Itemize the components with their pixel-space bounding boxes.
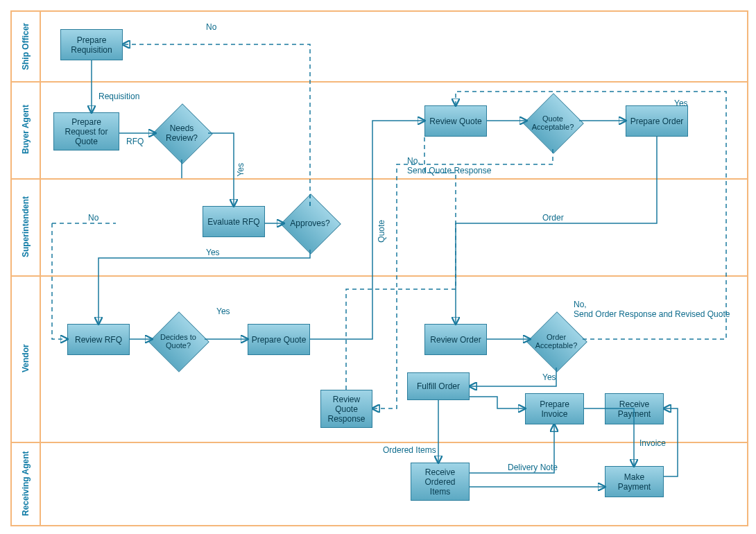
edge-label-yes: Yes [674,98,688,108]
lane-divider [12,275,747,277]
edge-label-yes: Yes [236,163,246,177]
lane-divider [12,442,747,443]
edge-label-no: No [206,22,216,32]
edge-label-delivery: Delivery Note [508,463,558,472]
edge-label-quote: Quote [377,220,386,243]
flow-connectors [12,12,747,525]
lane-superintendent: Superintendent [12,178,40,275]
edge-label-yes: Yes [542,372,556,382]
edge-label-requisition: Requisition [98,92,139,101]
lane-buyer-agent: Buyer Agent [12,81,40,178]
edge-label-no-sqr: No, Send Quote Response [407,156,491,175]
lane-receiving-agent: Receiving Agent [12,442,40,525]
node-receive-items: Receive Ordered Items [411,463,470,501]
node-review-rfq: Review RFQ [67,324,130,355]
lane-ship-officer: Ship Officer [12,12,40,81]
edge-label-invoice: Invoice [639,438,666,448]
node-receive-payment: Receive Payment [605,393,664,424]
node-review-quote: Review Quote [424,105,487,137]
lane-vendor: Vendor [12,275,40,442]
node-decides-quote: Decides to Quote? [157,320,199,362]
node-review-quote-response: Review Quote Response [320,390,372,428]
node-prepare-requisition: Prepare Requisition [60,29,123,60]
node-fulfill-order: Fulfill Order [407,372,470,400]
edge-label-no-sor: No, Send Order Response and Revised Quot… [574,300,730,319]
edge-label-yes: Yes [216,307,230,316]
node-prepare-quote: Prepare Quote [248,324,310,355]
edge-label-order: Order [542,213,564,223]
edge-label-no: No [88,213,98,223]
edge-label-ordered: Ordered Items [383,445,436,455]
node-approves: Approves? [289,203,331,244]
node-order-acceptable: Order Acceptable? [535,320,577,362]
node-prepare-order: Prepare Order [626,105,688,137]
edge-label-rfq: RFQ [126,137,144,146]
swimlane-diagram: Ship Officer Buyer Agent Superintendent … [10,10,748,526]
node-make-payment: Make Payment [605,466,664,497]
lane-divider [12,81,747,83]
node-quote-acceptable: Quote Acceptable? [532,102,574,144]
node-prepare-invoice: Prepare Invoice [525,393,584,424]
edge-label-yes: Yes [206,248,220,257]
lane-divider [12,178,747,180]
node-evaluate-rfq: Evaluate RFQ [203,206,265,237]
node-prepare-rfq: Prepare Request for Quote [53,112,119,150]
node-review-order: Review Order [424,324,487,355]
node-needs-review: Needs Review? [161,112,203,154]
